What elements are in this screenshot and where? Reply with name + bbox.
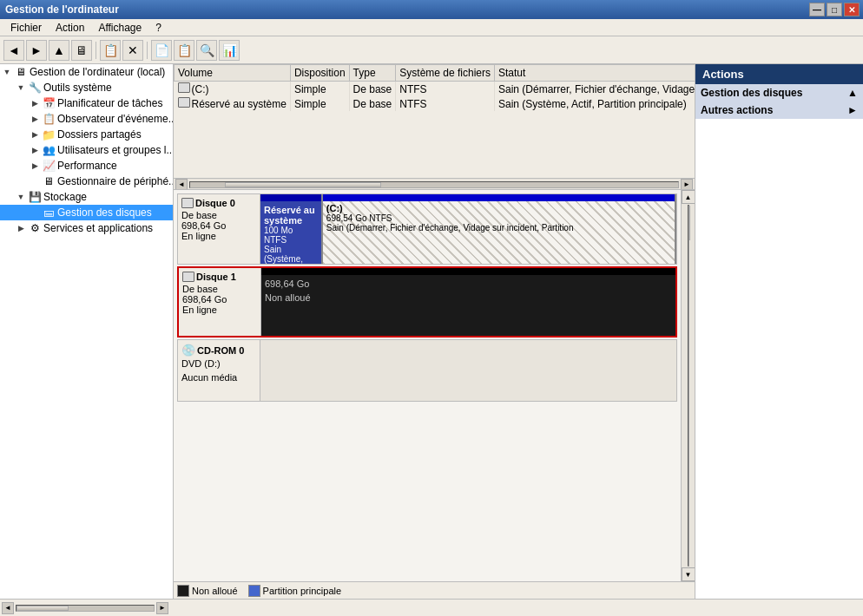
bottom-scroll-left[interactable]: ◄ bbox=[2, 602, 14, 614]
close-button[interactable]: ✕ bbox=[844, 3, 860, 16]
cell-status: Sain (Système, Actif, Partition principa… bbox=[495, 96, 695, 111]
expand-performance[interactable]: ▶ bbox=[28, 159, 42, 173]
export-button[interactable]: 📄 bbox=[151, 40, 172, 61]
tree-performance[interactable]: ▶ 📈 Performance bbox=[0, 158, 173, 174]
v-scroll-thumb[interactable] bbox=[688, 206, 690, 240]
minimize-button[interactable]: — bbox=[809, 3, 825, 16]
expand-stockage[interactable]: ▼ bbox=[14, 190, 28, 204]
scroll-left-btn[interactable]: ◄ bbox=[175, 179, 188, 191]
tree-stockage[interactable]: ▼ 💾 Stockage bbox=[0, 189, 173, 205]
actions-section-disk[interactable]: Gestion des disques ▲ bbox=[695, 84, 863, 102]
tree-planificateur[interactable]: ▶ 📅 Planificateur de tâches bbox=[0, 95, 173, 111]
partition-unallocated[interactable]: 698,64 Go Non alloué bbox=[261, 268, 675, 336]
expand-root[interactable]: ▼ bbox=[0, 65, 14, 79]
tree-root[interactable]: ▼ 🖥 Gestion de l'ordinateur (local) bbox=[0, 64, 173, 80]
separator-1 bbox=[96, 42, 96, 59]
h-scrollbar[interactable]: ◄ ► bbox=[174, 178, 695, 190]
copy-button[interactable]: 📋 bbox=[174, 40, 194, 61]
menu-bar: Fichier Action Affichage ? bbox=[0, 19, 863, 36]
actions-section-other-label: Autres actions bbox=[701, 104, 773, 116]
partition-reserved[interactable]: Réservé au système 100 Mo NTFS Sain (Sys… bbox=[260, 194, 323, 264]
actions-section-other[interactable]: Autres actions ► bbox=[695, 102, 863, 119]
table-row[interactable]: (C:) Simple De base NTFS Sain (Démarrer,… bbox=[175, 82, 695, 97]
search-button[interactable]: 🔍 bbox=[196, 40, 217, 61]
h-scroll-thumb[interactable] bbox=[225, 182, 381, 187]
menu-affichage[interactable]: Affichage bbox=[91, 20, 148, 36]
disk0-size: 698,64 Go bbox=[181, 220, 256, 231]
partition-reserved-size: 100 Mo NTFS bbox=[264, 226, 318, 245]
bottom-scrollbar[interactable]: ◄ ► bbox=[0, 599, 863, 616]
disk1-row: Disque 1 De base 698,64 Go En ligne 698,… bbox=[177, 266, 677, 337]
expand-outils[interactable]: ▼ bbox=[14, 81, 28, 95]
tree-gestion-disques[interactable]: 🖴 Gestion des disques bbox=[0, 205, 173, 220]
disk0-status: En ligne bbox=[181, 231, 256, 241]
disk-table: Volume Disposition Type Système de fichi… bbox=[174, 64, 695, 111]
cell-status: Sain (Démarrer, Fichier d'échange, Vidag… bbox=[495, 82, 695, 97]
partition-reserved-label: Réservé au système bbox=[264, 205, 318, 226]
bottom-scroll-right[interactable]: ► bbox=[156, 602, 168, 614]
tree-services[interactable]: ▶ ⚙ Services et applications bbox=[0, 220, 173, 236]
forward-button[interactable]: ► bbox=[26, 40, 47, 61]
tree-utilisateurs-label: Utilisateurs et groupes l... bbox=[56, 144, 174, 156]
cdrom0-name: CD-ROM 0 bbox=[197, 345, 244, 356]
legend-unallocated-label: Non alloué bbox=[192, 586, 238, 596]
expand-utilisateurs[interactable]: ▶ bbox=[28, 143, 42, 157]
disk0-partitions: Réservé au système 100 Mo NTFS Sain (Sys… bbox=[260, 194, 676, 264]
collapse-icon: ▲ bbox=[847, 87, 858, 99]
toolbar: ◄ ► ▲ 🖥 📋 ✕ 📄 📋 🔍 📊 bbox=[0, 36, 863, 64]
expand-services[interactable]: ▶ bbox=[14, 221, 28, 235]
expand-dossiers[interactable]: ▶ bbox=[28, 128, 42, 141]
cdrom0-type: DVD (D:) bbox=[181, 358, 256, 369]
legend-bar: Non alloué Partition principale bbox=[174, 581, 695, 599]
bottom-scroll-track[interactable] bbox=[16, 605, 155, 612]
window-controls: — □ ✕ bbox=[809, 3, 860, 16]
disk-visual-wrapper: Disque 0 De base 698,64 Go En ligne Rése… bbox=[174, 190, 695, 581]
partition-c[interactable]: (C:) 698,54 Go NTFS Sain (Démarrer, Fich… bbox=[323, 194, 676, 264]
col-disposition: Disposition bbox=[290, 65, 349, 82]
disk1-info: Disque 1 De base 698,64 Go En ligne bbox=[179, 268, 261, 336]
bottom-scroll-thumb[interactable] bbox=[16, 606, 69, 611]
tree-outils[interactable]: ▼ 🔧 Outils système bbox=[0, 80, 173, 95]
tree-dossiers[interactable]: ▶ 📁 Dossiers partagés bbox=[0, 127, 173, 142]
disk1-status: En ligne bbox=[182, 305, 257, 315]
menu-help[interactable]: ? bbox=[148, 20, 168, 36]
computer-button[interactable]: 🖥 bbox=[71, 40, 92, 61]
expand-planificateur[interactable]: ▶ bbox=[28, 96, 42, 110]
menu-fichier[interactable]: Fichier bbox=[3, 20, 49, 36]
scroll-down-btn[interactable]: ▼ bbox=[682, 567, 695, 581]
properties-button[interactable]: 📋 bbox=[100, 40, 121, 61]
performance-icon: 📈 bbox=[42, 159, 56, 173]
scroll-up-btn[interactable]: ▲ bbox=[682, 190, 695, 204]
tree-gestion-label: Gestion des disques bbox=[56, 206, 152, 219]
table-row[interactable]: Réservé au système Simple De base NTFS S… bbox=[175, 96, 695, 111]
back-button[interactable]: ◄ bbox=[3, 40, 24, 61]
partition-header-bar bbox=[260, 194, 321, 201]
storage-icon: 💾 bbox=[28, 190, 42, 204]
col-volume: Volume bbox=[175, 65, 291, 82]
disk1-type: De base bbox=[182, 284, 257, 294]
tree-observateur[interactable]: ▶ 📋 Observateur d'événeme... bbox=[0, 111, 173, 127]
tree-utilisateurs[interactable]: ▶ 👥 Utilisateurs et groupes l... bbox=[0, 142, 173, 158]
folder-icon: 📁 bbox=[42, 128, 56, 141]
device-icon: 🖥 bbox=[42, 174, 56, 188]
maximize-button[interactable]: □ bbox=[827, 3, 842, 16]
disk1-partitions: 698,64 Go Non alloué bbox=[261, 268, 675, 336]
view-button[interactable]: 📊 bbox=[219, 40, 240, 61]
disk0-icon bbox=[181, 198, 194, 208]
v-scroll-track[interactable] bbox=[688, 205, 689, 567]
tree-gestionnaire[interactable]: 🖥 Gestionnaire de périphé... bbox=[0, 174, 173, 189]
up-button[interactable]: ▲ bbox=[49, 40, 69, 61]
services-icon: ⚙ bbox=[28, 221, 42, 235]
cell-filesystem: NTFS bbox=[396, 82, 495, 97]
disk0-row: Disque 0 De base 698,64 Go En ligne Rése… bbox=[177, 193, 677, 265]
delete-button[interactable]: ✕ bbox=[122, 40, 143, 61]
h-scroll-track[interactable] bbox=[189, 181, 679, 188]
cdrom0-row: 💿 CD-ROM 0 DVD (D:) Aucun média bbox=[177, 339, 677, 402]
partition-c-header bbox=[323, 194, 675, 201]
menu-action[interactable]: Action bbox=[49, 20, 91, 36]
legend-unallocated: Non alloué bbox=[177, 585, 238, 597]
cell-volume: Réservé au système bbox=[175, 96, 291, 111]
v-scrollbar[interactable]: ▲ ▼ bbox=[681, 190, 695, 581]
scroll-right-btn[interactable]: ► bbox=[681, 179, 693, 191]
expand-observateur[interactable]: ▶ bbox=[28, 112, 42, 126]
